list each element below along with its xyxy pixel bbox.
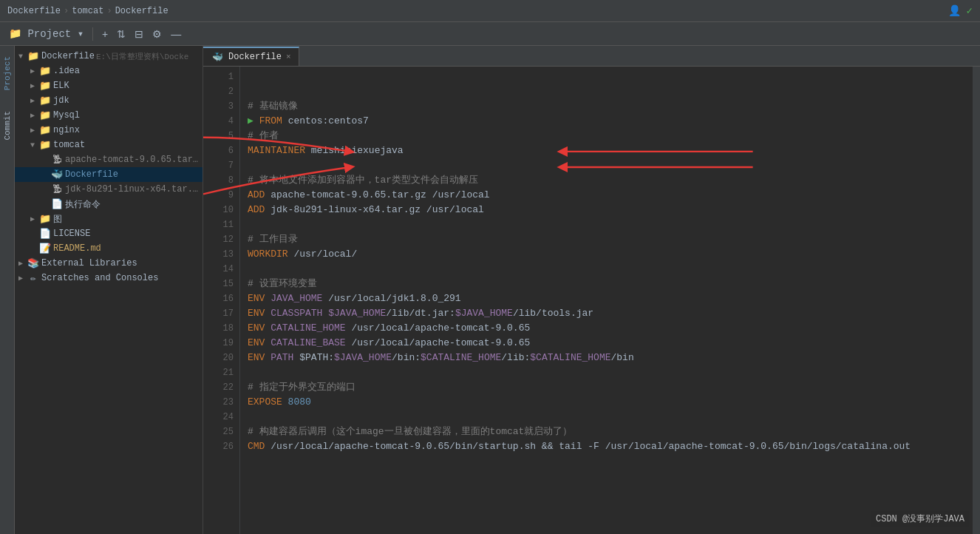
token: $JAVA_HOME (455, 308, 513, 319)
line-number: 4 (203, 114, 234, 129)
jdk-tar-label: jdk-8u291-linux-x64.tar.gz (64, 184, 203, 195)
tree-item-root[interactable]: ▼ 📁 Dockerfile E:\日常整理资料\Docke (15, 49, 203, 64)
tree-item-jdk[interactable]: ▶ 📁 jdk (15, 93, 203, 108)
sync-button[interactable]: ⇅ (114, 27, 129, 41)
token: ENV (248, 337, 265, 348)
tomcat-folder-icon: 📁 (38, 139, 52, 151)
tree-item-images[interactable]: ▶ 📁 图 (15, 212, 203, 226)
token: ENV (248, 322, 265, 334)
tree-item-mysql[interactable]: ▶ 📁 Mysql (15, 108, 203, 123)
editor-tabs: 🐳 Dockerfile × (203, 46, 980, 67)
readme-icon: 📝 (38, 243, 52, 254)
add-button[interactable]: + (99, 27, 111, 41)
tree-item-nginx[interactable]: ▶ 📁 nginx (15, 123, 203, 138)
token: $JAVA_HOME (322, 308, 386, 319)
token: EXPOSE (248, 396, 282, 408)
user-icon[interactable]: 👤 (948, 4, 961, 17)
dockerfile-label: Dockerfile (64, 169, 118, 180)
tree-item-ext-libs[interactable]: ▶ 📚 External Libraries (15, 256, 203, 271)
dropdown-arrow-icon: ▾ (78, 28, 84, 40)
line-number: 9 (203, 188, 234, 203)
token: /usr/local/apache-tomcat-9.0.65 (346, 337, 531, 348)
nginx-folder-icon: 📁 (38, 124, 52, 136)
tree-item-dockerfile[interactable]: 🐳 Dockerfile (15, 167, 203, 182)
mysql-arrow-icon: ▶ (27, 111, 38, 120)
line-number: 6 (203, 143, 234, 158)
line-number: 26 (203, 439, 234, 454)
tree-item-license[interactable]: 📄 LICENSE (15, 226, 203, 241)
line-number: 17 (203, 306, 234, 321)
tree-item-idea[interactable]: ▶ 📁 .idea (15, 64, 203, 78)
line-number: 15 (203, 277, 234, 291)
line-number: 24 (203, 410, 234, 425)
line-number: 13 (203, 247, 234, 262)
project-dropdown[interactable]: 📁 Project ▾ (6, 26, 86, 41)
token: 就启动了） (524, 426, 572, 437)
nginx-label: nginx (52, 125, 80, 135)
mysql-folder-icon: 📁 (38, 109, 52, 121)
breadcrumb: Dockerfile › tomcat › Dockerfile (7, 6, 169, 16)
check-icon[interactable]: ✓ (967, 4, 973, 17)
title-bar-controls: 👤 ✓ (948, 4, 973, 17)
line-number: 2 (203, 84, 234, 99)
token: /usr/local/jdk1.8.0_291 (322, 293, 460, 304)
tab-close-button[interactable]: × (286, 53, 291, 61)
code-line: # 将本地文件添加到容器中，tar类型文件会自动解压 (248, 173, 973, 188)
line-number: 20 (203, 351, 234, 365)
tree-item-tomcat[interactable]: ▼ 📁 tomcat (15, 138, 203, 152)
idea-arrow-icon: ▶ (27, 67, 38, 75)
tree-item-readme[interactable]: 📝 README.md (15, 241, 203, 256)
tree-item-elk[interactable]: ▶ 📁 ELK (15, 78, 203, 93)
token: # 设置环境变量 (248, 278, 317, 289)
title-bar: Dockerfile › tomcat › Dockerfile 👤 ✓ (0, 0, 980, 22)
code-line: # 基础镜像 (248, 99, 973, 114)
close-panel-button[interactable]: — (168, 27, 184, 41)
scratches-icon: ✏ (27, 272, 40, 284)
code-area[interactable]: # 基础镜像▶ FROM centos:centos7# 作者MAINTAINE… (240, 67, 973, 534)
exec-icon: 📄 (50, 198, 64, 210)
token: JAVA_HOME (265, 293, 322, 304)
images-arrow-icon: ▶ (27, 214, 38, 223)
project-tree[interactable]: ▼ 📁 Dockerfile E:\日常整理资料\Docke ▶ 📁 .idea… (15, 46, 203, 534)
settings-button[interactable]: ⚙ (149, 27, 165, 41)
root-label: Dockerfile (40, 51, 95, 61)
token: /usr/local/apache-tomcat-9.0.65 (346, 322, 531, 334)
code-line: # 工作目录 (248, 232, 973, 247)
tree-item-jdk-tar[interactable]: 🗜 jdk-8u291-linux-x64.tar.gz (15, 182, 203, 197)
code-line (248, 262, 973, 277)
tree-item-exec[interactable]: 📄 执行命令 (15, 197, 203, 212)
token: $JAVA_HOME (334, 352, 392, 363)
token: # 指定于外界交互的端口 (248, 382, 355, 393)
line-number: 22 (203, 380, 234, 395)
code-line: ENV CLASSPATH $JAVA_HOME/lib/dt.jar:$JAV… (248, 306, 973, 321)
breadcrumb-item-file: Dockerfile (115, 6, 169, 16)
line-number: 8 (203, 173, 234, 188)
code-line: WORKDIR /usr/local/ (248, 247, 973, 262)
elk-label: ELK (52, 81, 69, 91)
token: ENV (248, 352, 265, 363)
dockerfile-icon: 🐳 (50, 169, 64, 180)
token: /usr/local/ (288, 249, 358, 260)
tomcat-arrow-icon: ▼ (27, 141, 38, 149)
token: /lib/tools.jar (513, 308, 593, 319)
tree-item-apache-tar[interactable]: 🗜 apache-tomcat-9.0.65.tar.gz (15, 152, 203, 167)
code-line: MAINTAINER meishibiexuejava (248, 143, 973, 158)
collapse-button[interactable]: ⊟ (132, 27, 146, 41)
line-number: 12 (203, 232, 234, 247)
line-number: 25 (203, 425, 234, 439)
editor-wrapper: 1234567891011121314151617181920212223242… (203, 67, 980, 534)
line-number: 18 (203, 321, 234, 336)
sidebar-tab-commit[interactable]: Commit (1, 108, 13, 143)
line-number: 21 (203, 365, 234, 380)
tree-item-scratches[interactable]: ▶ ✏ Scratches and Consoles (15, 271, 203, 285)
scrollbar[interactable] (973, 67, 980, 534)
token: # 将本地文件添加到容器中，tar类型文件会自动解压 (248, 175, 478, 186)
line-number: 10 (203, 203, 234, 217)
editor-tab-dockerfile[interactable]: 🐳 Dockerfile × (203, 47, 299, 66)
toolbar-separator (92, 27, 93, 41)
token: $CATALINE_HOME (530, 352, 610, 363)
line-number: 11 (203, 217, 234, 232)
root-arrow-icon: ▼ (15, 53, 27, 61)
token: meishibiexuejava (305, 145, 404, 156)
sidebar-tab-project[interactable]: Project (1, 53, 13, 93)
